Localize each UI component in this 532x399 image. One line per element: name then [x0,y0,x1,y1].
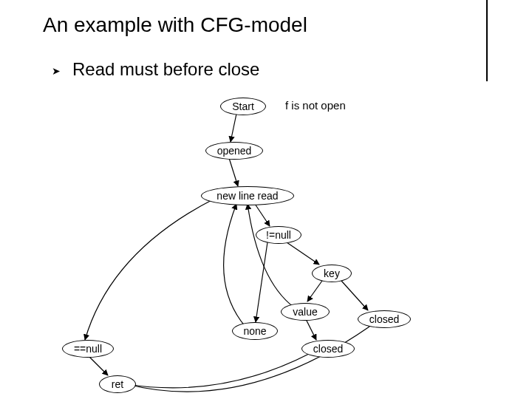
label-f-not-open: f is not open [285,99,346,112]
svg-line-0 [231,114,236,142]
svg-line-4 [307,281,322,301]
node-new-line-read: new line read [201,186,294,205]
svg-line-5 [341,281,368,310]
node-ret: ret [99,375,136,393]
svg-line-6 [306,319,316,340]
svg-line-7 [256,242,267,322]
node-closed-below: closed [301,340,355,358]
cfg-diagram: Start f is not open opened new line read… [0,0,532,399]
node-key: key [312,265,352,282]
node-none: none [232,322,278,340]
svg-line-8 [89,356,108,375]
node-not-null: !=null [256,226,301,244]
node-opened: opened [205,142,263,160]
node-eq-null: ==null [62,340,114,358]
svg-line-2 [255,204,270,226]
svg-line-1 [229,158,238,186]
node-closed-right: closed [358,310,411,328]
svg-line-3 [287,242,319,265]
node-value: value [281,303,330,321]
node-start: Start [220,98,266,115]
